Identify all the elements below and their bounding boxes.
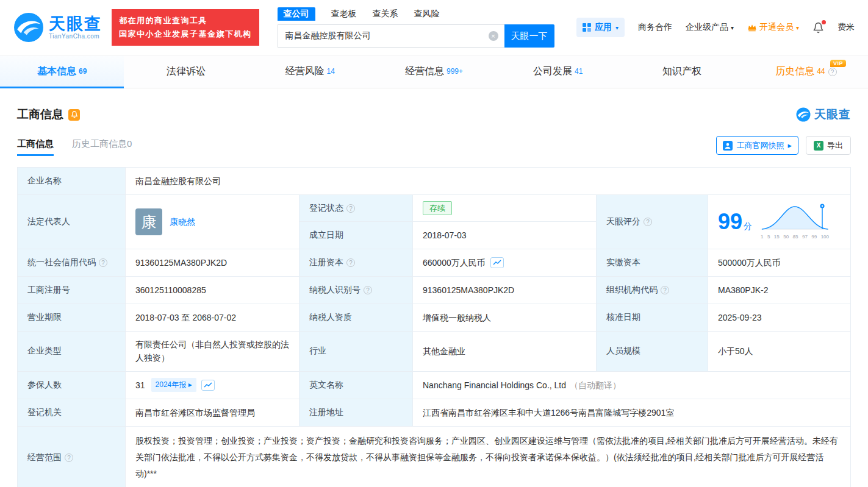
- username[interactable]: 费米: [838, 22, 855, 33]
- search-row: × 天眼一下: [278, 24, 554, 48]
- subtab-business-info[interactable]: 工商信息: [17, 138, 54, 156]
- banner-line2: 国家中小企业发展子基金旗下机构: [119, 27, 252, 41]
- chevron-down-icon: ▾: [731, 24, 734, 31]
- grid-icon: [583, 23, 591, 32]
- search-tab-risk[interactable]: 查风险: [414, 7, 440, 21]
- business-cooperation-link[interactable]: 商务合作: [638, 22, 672, 33]
- apps-menu[interactable]: 应用 ▾: [576, 18, 625, 37]
- chevron-down-icon: ▾: [796, 24, 799, 31]
- company-name-label: 企业名称: [18, 168, 126, 194]
- subtab-actions: 工商官网快照 ▸ X 导出: [716, 136, 851, 158]
- score-value[interactable]: 99分 151550859799100: [708, 195, 850, 249]
- enterprise-products-link[interactable]: 企业级产品 ▾: [686, 22, 734, 33]
- search-tab-boss[interactable]: 查老板: [331, 7, 357, 21]
- legal-rep-avatar[interactable]: 康: [135, 208, 162, 235]
- nav-tab-label: 历史信息: [775, 65, 814, 78]
- help-icon[interactable]: ?: [828, 68, 837, 76]
- export-button-label: 导出: [827, 140, 843, 151]
- taxpayer-id-value: 91360125MA380PJK2D: [413, 277, 597, 304]
- nav-tab-basic-info[interactable]: 基本信息 69: [0, 55, 124, 88]
- nav-tab-history-info[interactable]: VIP 历史信息 44 ?: [744, 55, 868, 88]
- official-snapshot-button[interactable]: 工商官网快照 ▸: [716, 136, 798, 155]
- credit-code-label: 统一社会信用代码 ?: [18, 249, 126, 276]
- table-row: 经营范围 ? 股权投资；投资管理；创业投资；产业投资；资产投资；金融研究和投资咨…: [18, 427, 850, 487]
- tianyancha-logo-icon: [796, 107, 811, 122]
- export-button[interactable]: X 导出: [806, 136, 851, 155]
- reg-capital-value: 660000万人民币: [413, 249, 597, 276]
- page: 天眼查 TianYanCha.com 都在用的商业查询工具 国家中小企业发展子基…: [0, 0, 868, 487]
- promo-banner: 都在用的商业查询工具 国家中小企业发展子基金旗下机构: [112, 9, 259, 46]
- help-icon[interactable]: ?: [346, 204, 355, 213]
- paid-capital-label: 实缴资本: [597, 249, 708, 276]
- nav-tab-operating-risk[interactable]: 经营风险 14: [248, 55, 372, 88]
- score-unit: 分: [744, 221, 752, 231]
- top-header: 天眼查 TianYanCha.com 都在用的商业查询工具 国家中小企业发展子基…: [0, 0, 868, 55]
- nav-tab-label: 基本信息: [37, 65, 76, 78]
- search-tabs: 查公司 查老板 查关系 查风险: [278, 7, 554, 21]
- industry-label: 行业: [299, 332, 413, 371]
- address-value: 江西省南昌市红谷滩区丰和中大道1266号南昌富隆城写字楼2901室: [413, 399, 850, 426]
- nav-tabs: 基本信息 69 法律诉讼 经营风险 14 经营信息 999+ 公司发展 41 知…: [0, 55, 868, 88]
- help-icon[interactable]: ?: [661, 286, 669, 294]
- business-term-label: 营业期限: [18, 304, 126, 331]
- help-icon[interactable]: ?: [99, 258, 107, 267]
- table-row: 工商注册号 360125110008285 纳税人识别号 ? 91360125M…: [18, 277, 850, 304]
- score-chart-ticks: 151550859799100: [761, 233, 829, 241]
- nav-tab-count: 999+: [447, 67, 463, 76]
- clear-search-icon[interactable]: ×: [489, 31, 498, 41]
- company-name-value: 南昌金融控股有限公司: [126, 168, 850, 194]
- nav-tab-count: 44: [817, 67, 825, 76]
- credit-code-value: 91360125MA380PJK2D: [126, 249, 299, 276]
- nav-tab-operating-info[interactable]: 经营信息 999+: [372, 55, 496, 88]
- capital-trend-icon[interactable]: [490, 257, 504, 268]
- open-vip-link[interactable]: 开通会员 ▾: [747, 22, 799, 33]
- banner-line1: 都在用的商业查询工具: [119, 14, 252, 27]
- score-label: 天眼评分 ?: [597, 195, 708, 249]
- excel-icon: X: [814, 141, 823, 151]
- arrow-right-icon: ▸: [188, 380, 192, 389]
- search-tab-relation[interactable]: 查关系: [373, 7, 398, 21]
- table-row: 企业名称 南昌金融控股有限公司: [18, 168, 850, 195]
- nav-tab-label: 知识产权: [662, 65, 701, 78]
- approval-date-value: 2025-09-23: [708, 304, 850, 331]
- annual-report-badge[interactable]: 2024年报 ▸: [151, 378, 196, 392]
- nav-tab-count: 14: [327, 67, 335, 76]
- legal-rep-name-link[interactable]: 康晓然: [170, 215, 195, 229]
- business-scope-label: 经营范围 ?: [18, 427, 126, 487]
- business-scope-value: 股权投资；投资管理；创业投资；产业投资；资产投资；金融研究和投资咨询服务；产业园…: [126, 427, 850, 487]
- crown-icon: [747, 24, 757, 32]
- staff-size-label: 人员规模: [597, 332, 708, 371]
- nav-tab-label: 公司发展: [533, 65, 572, 78]
- subtab-history-business-info[interactable]: 历史工商信息0: [72, 138, 132, 156]
- table-row: 法定代表人 康 康晓然 登记状态 ? 存续 天眼评分 ?: [18, 195, 850, 249]
- apps-label: 应用: [595, 22, 612, 33]
- help-icon[interactable]: ?: [346, 258, 355, 267]
- help-icon[interactable]: ?: [644, 218, 652, 226]
- main-content: 工商信息 天眼查 工商信息 历史工商信息0: [0, 88, 868, 487]
- taxpayer-id-label: 纳税人识别号 ?: [299, 277, 413, 304]
- insured-count-value: 31 2024年报 ▸: [126, 372, 299, 399]
- reg-authority-label: 登记机关: [18, 399, 126, 426]
- insured-trend-icon[interactable]: [201, 380, 215, 391]
- table-row: 登记机关 南昌市红谷滩区市场监督管理局 注册地址 江西省南昌市红谷滩区丰和中大道…: [18, 399, 850, 427]
- notification-dot: [822, 20, 826, 24]
- score-number: 99: [718, 209, 742, 234]
- help-icon[interactable]: ?: [65, 453, 73, 462]
- status-badge: 存续: [423, 201, 452, 216]
- help-icon[interactable]: ?: [364, 286, 372, 294]
- nav-tab-count: 41: [575, 67, 583, 76]
- tianyancha-logo[interactable]: 天眼查 TianYanCha.com: [13, 12, 102, 43]
- reg-capital-label: 注册资本 ?: [299, 249, 413, 276]
- search-input[interactable]: [278, 24, 504, 48]
- section-header: 工商信息 天眼查: [17, 88, 851, 123]
- nav-tab-intellectual-property[interactable]: 知识产权: [620, 55, 744, 88]
- nav-tab-company-development[interactable]: 公司发展 41: [496, 55, 620, 88]
- notification-bell[interactable]: [812, 22, 824, 34]
- search-button[interactable]: 天眼一下: [504, 24, 554, 48]
- nav-tab-label: 经营风险: [285, 65, 325, 78]
- nav-tab-legal-proceedings[interactable]: 法律诉讼: [124, 55, 248, 88]
- reg-authority-value: 南昌市红谷滩区市场监督管理局: [126, 399, 299, 426]
- subscribe-bell-icon[interactable]: [68, 109, 80, 121]
- search-tab-company[interactable]: 查公司: [278, 7, 315, 21]
- arrow-right-icon: ▸: [787, 141, 792, 150]
